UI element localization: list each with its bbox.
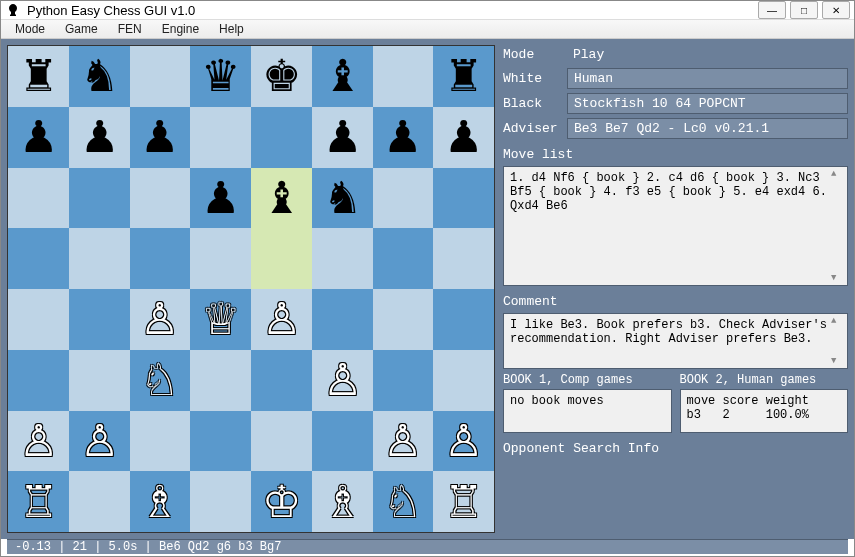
square-a4[interactable] [8,289,69,350]
piece-r[interactable]: ♜ [444,54,483,98]
square-d7[interactable] [190,107,251,168]
square-c2[interactable] [130,411,191,472]
piece-p[interactable]: ♟ [201,176,240,220]
square-e1[interactable]: ♔ [251,471,312,532]
square-g5[interactable] [373,228,434,289]
square-g1[interactable]: ♘ [373,471,434,532]
square-a3[interactable] [8,350,69,411]
piece-P[interactable]: ♙ [80,419,119,463]
square-e3[interactable] [251,350,312,411]
square-e8[interactable]: ♚ [251,46,312,107]
book2-box[interactable]: move score weight b3 2 100.0% [680,389,849,433]
square-f4[interactable] [312,289,373,350]
square-a2[interactable]: ♙ [8,411,69,472]
menu-engine[interactable]: Engine [154,20,207,38]
square-g7[interactable]: ♟ [373,107,434,168]
menu-mode[interactable]: Mode [7,20,53,38]
square-h7[interactable]: ♟ [433,107,494,168]
square-g2[interactable]: ♙ [373,411,434,472]
piece-R[interactable]: ♖ [19,480,58,524]
piece-R[interactable]: ♖ [444,480,483,524]
movelist-box[interactable]: 1. d4 Nf6 { book } 2. c4 d6 { book } 3. … [503,166,848,286]
white-field[interactable]: Human [567,68,848,89]
piece-N[interactable]: ♘ [383,480,422,524]
piece-P[interactable]: ♙ [323,358,362,402]
square-d4[interactable]: ♕ [190,289,251,350]
square-h5[interactable] [433,228,494,289]
square-b7[interactable]: ♟ [69,107,130,168]
square-f5[interactable] [312,228,373,289]
piece-p[interactable]: ♟ [140,115,179,159]
square-e2[interactable] [251,411,312,472]
piece-B[interactable]: ♗ [140,480,179,524]
square-g8[interactable] [373,46,434,107]
square-f1[interactable]: ♗ [312,471,373,532]
close-button[interactable]: ✕ [822,1,850,19]
square-d8[interactable]: ♛ [190,46,251,107]
piece-p[interactable]: ♟ [80,115,119,159]
square-a1[interactable]: ♖ [8,471,69,532]
square-g4[interactable] [373,289,434,350]
piece-n[interactable]: ♞ [323,176,362,220]
menu-fen[interactable]: FEN [110,20,150,38]
piece-p[interactable]: ♟ [444,115,483,159]
square-c3[interactable]: ♘ [130,350,191,411]
piece-k[interactable]: ♚ [262,54,301,98]
piece-b[interactable]: ♝ [323,54,362,98]
piece-P[interactable]: ♙ [262,297,301,341]
piece-r[interactable]: ♜ [19,54,58,98]
scrollbar-icon[interactable]: ▲▼ [831,169,845,283]
chess-board[interactable]: ♜♞♛♚♝♜♟♟♟♟♟♟♟♝♞♙♕♙♘♙♙♙♙♙♖♗♔♗♘♖ [7,45,495,533]
piece-b[interactable]: ♝ [262,176,301,220]
square-e6[interactable]: ♝ [251,168,312,229]
square-a5[interactable] [8,228,69,289]
piece-p[interactable]: ♟ [323,115,362,159]
square-e7[interactable] [251,107,312,168]
square-h6[interactable] [433,168,494,229]
maximize-button[interactable]: □ [790,1,818,19]
piece-K[interactable]: ♔ [262,480,301,524]
square-a8[interactable]: ♜ [8,46,69,107]
square-f3[interactable]: ♙ [312,350,373,411]
square-c1[interactable]: ♗ [130,471,191,532]
square-c8[interactable] [130,46,191,107]
square-f2[interactable] [312,411,373,472]
menu-help[interactable]: Help [211,20,252,38]
square-d5[interactable] [190,228,251,289]
square-f6[interactable]: ♞ [312,168,373,229]
square-h3[interactable] [433,350,494,411]
square-b8[interactable]: ♞ [69,46,130,107]
square-c5[interactable] [130,228,191,289]
square-d1[interactable] [190,471,251,532]
square-c7[interactable]: ♟ [130,107,191,168]
square-c4[interactable]: ♙ [130,289,191,350]
square-b6[interactable] [69,168,130,229]
comment-box[interactable]: I like Be3. Book prefers b3. Check Advis… [503,313,848,369]
square-b4[interactable] [69,289,130,350]
square-h4[interactable] [433,289,494,350]
scrollbar-icon[interactable]: ▲▼ [831,316,845,366]
square-b1[interactable] [69,471,130,532]
minimize-button[interactable]: — [758,1,786,19]
square-d3[interactable] [190,350,251,411]
square-g3[interactable] [373,350,434,411]
menu-game[interactable]: Game [57,20,106,38]
book1-box[interactable]: no book moves [503,389,672,433]
square-h8[interactable]: ♜ [433,46,494,107]
square-h2[interactable]: ♙ [433,411,494,472]
square-a6[interactable] [8,168,69,229]
square-f7[interactable]: ♟ [312,107,373,168]
piece-P[interactable]: ♙ [444,419,483,463]
square-c6[interactable] [130,168,191,229]
piece-N[interactable]: ♘ [140,358,179,402]
square-b5[interactable] [69,228,130,289]
piece-P[interactable]: ♙ [383,419,422,463]
piece-P[interactable]: ♙ [19,419,58,463]
piece-p[interactable]: ♟ [19,115,58,159]
square-d2[interactable] [190,411,251,472]
black-field[interactable]: Stockfish 10 64 POPCNT [567,93,848,114]
square-f8[interactable]: ♝ [312,46,373,107]
adviser-field[interactable]: Be3 Be7 Qd2 - Lc0 v0.21.1 [567,118,848,139]
square-e4[interactable]: ♙ [251,289,312,350]
square-d6[interactable]: ♟ [190,168,251,229]
